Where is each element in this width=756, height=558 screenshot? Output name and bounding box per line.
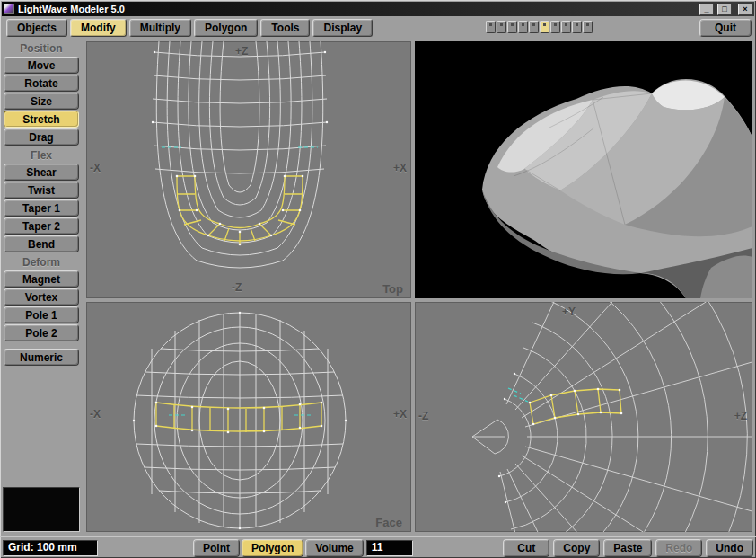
close-button[interactable]: ×	[738, 4, 752, 15]
edit-action-group: Cut Copy Paste Redo Undo	[503, 539, 753, 557]
tool-shear[interactable]: Shear	[4, 164, 79, 181]
axis-label-minus-z: -Z	[232, 281, 242, 294]
axis-label-plus-y: +Y	[562, 306, 576, 318]
sidebar-preview-box	[3, 487, 80, 532]
viewport-face[interactable]: -X +X Face	[86, 302, 411, 532]
axis-label-plus-x: +X	[393, 408, 407, 421]
viewport-perspective[interactable]: +Y -Z +Z	[415, 302, 752, 532]
axis-label-plus-z: +Z	[235, 45, 248, 58]
menu-tab-multiply[interactable]: Multiply	[129, 19, 191, 37]
viewport-name-top: Top	[382, 282, 403, 296]
preset-button[interactable]	[550, 21, 560, 33]
axis-label-minus-z: -Z	[418, 410, 428, 422]
axis-label-plus-z: +Z	[734, 410, 747, 422]
tool-size[interactable]: Size	[4, 93, 79, 110]
viewport-top[interactable]: +Z -X +X -Z Top	[86, 41, 411, 298]
preset-button[interactable]	[497, 21, 506, 33]
axis-label-minus-x: -X	[90, 162, 101, 174]
tool-vortex[interactable]: Vortex	[4, 288, 79, 306]
menubar: Objects Modify Multiply Polygon Tools Di…	[2, 17, 478, 39]
undo-button[interactable]: Undo	[706, 539, 753, 557]
paste-button[interactable]: Paste	[603, 539, 652, 557]
preset-button[interactable]	[518, 21, 528, 33]
preset-button-active[interactable]	[540, 21, 549, 33]
viewport-grid: +Z -X +X -Z Top	[83, 39, 756, 536]
viewport-preview[interactable]	[415, 41, 752, 298]
lightwave-modeler-window: LightWave Modeler 5.0 _ □ × Objects Modi…	[0, 0, 756, 558]
top-view-wireframe	[86, 41, 411, 298]
tool-sidebar: Position Move Rotate Size Stretch Drag F…	[0, 39, 83, 536]
mode-point-button[interactable]: Point	[193, 539, 240, 557]
quit-button[interactable]: Quit	[699, 19, 752, 37]
tool-rotate[interactable]: Rotate	[4, 75, 79, 92]
selection-count-display: 11	[366, 540, 413, 556]
copy-button[interactable]: Copy	[553, 539, 600, 557]
preset-button[interactable]	[561, 21, 571, 33]
preset-button[interactable]	[529, 21, 539, 33]
section-label-deform: Deform	[4, 256, 79, 270]
section-label-position: Position	[4, 42, 79, 57]
axis-label-plus-x: +X	[393, 162, 407, 174]
cut-button[interactable]: Cut	[503, 539, 549, 557]
mode-polygon-button[interactable]: Polygon	[242, 539, 303, 557]
tool-pole-2[interactable]: Pole 2	[4, 324, 79, 341]
menu-tab-modify[interactable]: Modify	[70, 19, 127, 37]
grid-size-display: Grid: 100 mm	[3, 540, 98, 556]
menu-tab-tools[interactable]: Tools	[260, 19, 310, 37]
preset-strip	[486, 21, 593, 33]
shaded-model-preview	[415, 41, 752, 298]
tool-taper-1[interactable]: Taper 1	[4, 199, 79, 217]
perspective-view-wireframe	[415, 302, 752, 532]
tool-bend[interactable]: Bend	[4, 235, 79, 252]
tool-drag[interactable]: Drag	[4, 128, 79, 146]
mode-volume-button[interactable]: Volume	[305, 539, 363, 557]
tool-stretch[interactable]: Stretch	[4, 111, 79, 128]
minimize-button[interactable]: _	[699, 4, 714, 15]
maximize-button[interactable]: □	[717, 4, 732, 15]
app-icon	[4, 4, 14, 14]
tool-twist[interactable]: Twist	[4, 182, 79, 199]
tool-pole-1[interactable]: Pole 1	[4, 306, 79, 323]
statusbar: Grid: 100 mm Point Polygon Volume 11 Cut…	[0, 536, 756, 558]
window-title: LightWave Modeler 5.0	[18, 4, 696, 14]
viewport-name-face: Face	[375, 516, 402, 529]
preset-button[interactable]	[572, 21, 582, 33]
preset-button[interactable]	[507, 21, 517, 33]
axis-label-minus-x: -X	[90, 408, 101, 421]
menu-tab-display[interactable]: Display	[312, 19, 373, 37]
menu-tab-polygon[interactable]: Polygon	[194, 19, 258, 37]
face-view-wireframe	[86, 302, 411, 532]
preset-button[interactable]	[486, 21, 496, 33]
selection-mode-group: Point Polygon Volume	[193, 539, 364, 557]
tool-move[interactable]: Move	[4, 57, 79, 74]
titlebar[interactable]: LightWave Modeler 5.0 _ □ ×	[2, 2, 754, 16]
tool-magnet[interactable]: Magnet	[4, 270, 79, 288]
menu-tab-objects[interactable]: Objects	[6, 19, 67, 37]
preset-button[interactable]	[583, 21, 593, 33]
tool-taper-2[interactable]: Taper 2	[4, 217, 79, 235]
redo-button[interactable]: Redo	[655, 539, 702, 557]
section-label-flex: Flex	[4, 149, 79, 164]
tool-numeric[interactable]: Numeric	[4, 349, 79, 366]
